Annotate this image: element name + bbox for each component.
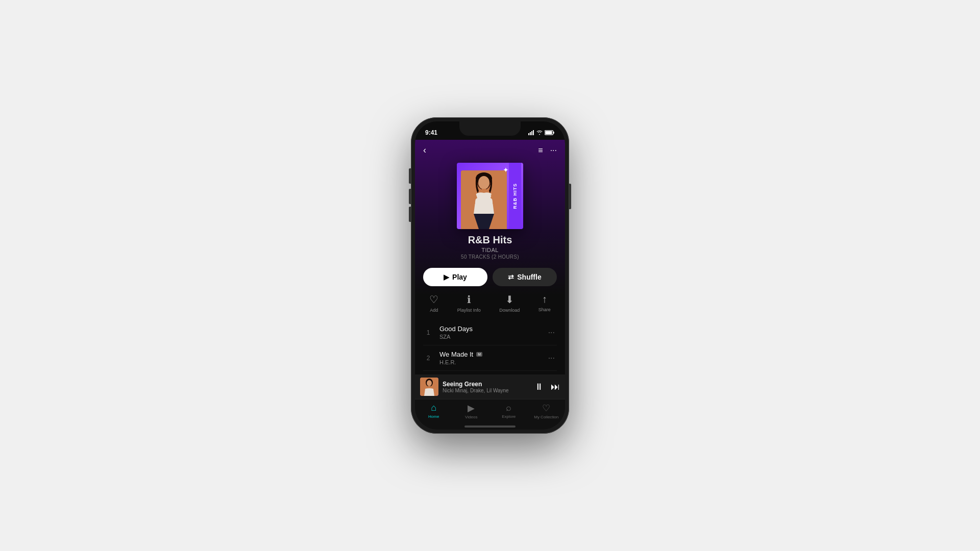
status-time: 9:41 bbox=[425, 129, 437, 136]
play-button[interactable]: ▶ Play bbox=[423, 268, 487, 286]
shuffle-icon: ⇄ bbox=[508, 273, 514, 281]
track-name-2: We Made It M bbox=[439, 350, 546, 358]
home-icon: ⌂ bbox=[431, 403, 436, 413]
playlist-curator: TIDAL bbox=[481, 247, 499, 253]
phone-screen: 9:41 bbox=[415, 121, 565, 430]
album-section: R&B HITS ✦ R&B Hits TIDAL 50 TRACKS (2 H… bbox=[415, 159, 565, 268]
track-artist-1: SZA bbox=[439, 334, 546, 340]
album-plus-icon: ✦ bbox=[503, 166, 509, 174]
now-playing-bar[interactable]: Seeing Green Nicki Minaj, Drake, Lil Way… bbox=[415, 374, 565, 399]
now-playing-thumbnail bbox=[420, 378, 438, 396]
play-icon: ▶ bbox=[444, 273, 449, 281]
track-info-2: We Made It M H.E.R. bbox=[439, 350, 546, 365]
icon-actions-row: ♡ Add ℹ Playlist Info ⬇ Download ↑ Share bbox=[415, 293, 565, 320]
svg-rect-5 bbox=[553, 132, 554, 134]
heart-icon: ♡ bbox=[429, 293, 438, 306]
woman-silhouette bbox=[461, 170, 507, 229]
download-icon: ⬇ bbox=[505, 293, 514, 306]
pause-button[interactable]: ⏸ bbox=[534, 382, 544, 392]
playlist-info-action[interactable]: ℹ Playlist Info bbox=[457, 293, 481, 313]
home-indicator bbox=[464, 425, 516, 428]
back-button[interactable]: ‹ bbox=[423, 145, 426, 156]
add-label: Add bbox=[430, 308, 438, 313]
svg-rect-3 bbox=[533, 130, 534, 135]
status-icons bbox=[528, 130, 555, 135]
nav-item-explore[interactable]: ⌕ Explore bbox=[496, 403, 522, 419]
explicit-badge: M bbox=[476, 352, 482, 357]
phone-device: 9:41 bbox=[411, 117, 569, 434]
share-action[interactable]: ↑ Share bbox=[538, 293, 551, 313]
track-item-2: 2 We Made It M H.E.R. ··· bbox=[423, 345, 557, 371]
playlist-title: R&B Hits bbox=[468, 234, 512, 246]
more-options-icon[interactable]: ··· bbox=[550, 146, 557, 155]
action-buttons: ▶ Play ⇄ Shuffle bbox=[415, 268, 565, 286]
header: ‹ ≡ ··· bbox=[415, 140, 565, 159]
track-info-1: Good Days SZA bbox=[439, 325, 546, 340]
now-playing-controls: ⏸ ⏭ bbox=[534, 382, 560, 392]
track-artist-2: H.E.R. bbox=[439, 359, 546, 365]
now-playing-title: Seeing Green bbox=[443, 381, 530, 388]
now-playing-artist: Nicki Minaj, Drake, Lil Wayne bbox=[443, 388, 530, 393]
wifi-icon bbox=[536, 130, 543, 135]
rnb-text: R&B HITS bbox=[512, 183, 518, 209]
playlist-info-label: Playlist Info bbox=[457, 308, 481, 313]
videos-icon: ▶ bbox=[468, 403, 475, 414]
collection-icon: ♡ bbox=[542, 403, 550, 414]
download-action[interactable]: ⬇ Download bbox=[499, 293, 520, 313]
svg-point-10 bbox=[478, 176, 489, 189]
collection-label: My Collection bbox=[534, 415, 558, 419]
nav-item-videos[interactable]: ▶ Videos bbox=[458, 403, 484, 419]
album-art: R&B HITS ✦ bbox=[457, 163, 523, 229]
explore-icon: ⌕ bbox=[506, 403, 511, 413]
rnb-label: R&B HITS bbox=[509, 163, 521, 229]
now-playing-info: Seeing Green Nicki Minaj, Drake, Lil Way… bbox=[443, 381, 530, 393]
nav-item-home[interactable]: ⌂ Home bbox=[421, 403, 447, 419]
playlist-meta: 50 TRACKS (2 HOURS) bbox=[461, 254, 519, 260]
explore-label: Explore bbox=[502, 414, 516, 419]
status-bar: 9:41 bbox=[415, 121, 565, 140]
header-actions: ≡ ··· bbox=[538, 146, 557, 155]
track-item: 1 Good Days SZA ··· bbox=[423, 320, 557, 345]
battery-icon bbox=[545, 130, 555, 135]
share-label: Share bbox=[538, 307, 551, 312]
track-number-1: 1 bbox=[423, 329, 433, 336]
info-icon: ℹ bbox=[467, 293, 471, 306]
svg-rect-1 bbox=[530, 132, 531, 135]
now-playing-art bbox=[420, 378, 438, 396]
add-action[interactable]: ♡ Add bbox=[429, 293, 438, 313]
track-list: 1 Good Days SZA ··· 2 We Made It M bbox=[415, 320, 565, 374]
svg-point-14 bbox=[427, 380, 432, 386]
download-label: Download bbox=[499, 308, 520, 313]
bottom-nav: ⌂ Home ▶ Videos ⌕ Explore ♡ My Collectio… bbox=[415, 399, 565, 425]
svg-rect-0 bbox=[528, 133, 529, 135]
shuffle-button[interactable]: ⇄ Shuffle bbox=[493, 268, 557, 286]
signal-icon bbox=[528, 130, 534, 135]
nav-item-collection[interactable]: ♡ My Collection bbox=[533, 403, 559, 419]
album-person bbox=[461, 170, 507, 229]
track-more-2[interactable]: ··· bbox=[546, 352, 557, 365]
track-number-2: 2 bbox=[423, 355, 433, 362]
share-icon: ↑ bbox=[542, 293, 547, 305]
track-name-1: Good Days bbox=[439, 325, 546, 333]
track-more-1[interactable]: ··· bbox=[546, 326, 557, 339]
notch bbox=[459, 121, 521, 136]
videos-label: Videos bbox=[465, 415, 477, 419]
menu-icon[interactable]: ≡ bbox=[538, 146, 543, 155]
home-label: Home bbox=[428, 414, 439, 419]
svg-rect-2 bbox=[531, 131, 532, 135]
skip-next-button[interactable]: ⏭ bbox=[551, 382, 560, 392]
svg-rect-6 bbox=[545, 131, 552, 134]
screen-content: ‹ ≡ ··· bbox=[415, 140, 565, 399]
